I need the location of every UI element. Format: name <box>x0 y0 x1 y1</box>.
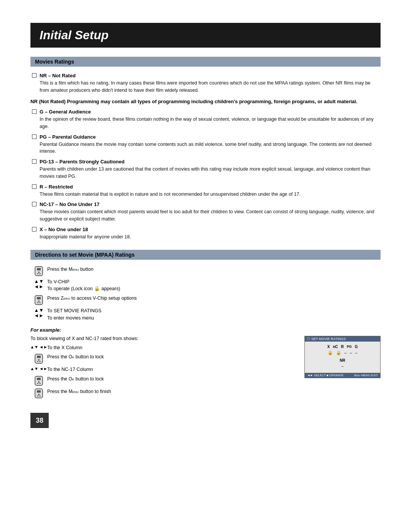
screen-icons-row: 🔒 🔒 – – – <box>309 350 376 355</box>
screen-title: SET MOVIE RATINGS <box>311 337 346 341</box>
rating-x-desc: Inappropriate material for anyone under … <box>40 233 381 241</box>
screen-bottom-left: ◄► SELECT ■ OPERATE <box>307 374 344 377</box>
svg-rect-24 <box>39 396 41 396</box>
svg-point-17 <box>38 381 40 383</box>
step-3-icon <box>30 295 47 305</box>
screen-lock-x: 🔒 <box>328 350 333 355</box>
rating-pg-desc: Parental Guidance means the movie may co… <box>40 141 381 155</box>
rating-nc17: NC-17 – No One Under 17 These movies con… <box>30 201 381 223</box>
step-4-text: To SET MOVIE RATINGS To enter movies men… <box>47 307 381 322</box>
rating-nr-desc: This is a film which has no rating. In m… <box>40 80 381 94</box>
checkbox-x <box>32 227 37 232</box>
rating-pg13: PG-13 – Parents Strongly Cautioned Paren… <box>30 159 381 180</box>
svg-rect-14 <box>39 361 41 362</box>
example-step-2-text: Press the Ok button to lock <box>47 353 297 361</box>
svg-rect-6 <box>37 297 41 299</box>
example-step-2-icon <box>30 353 47 364</box>
rating-r-title: R – Restricted <box>40 184 73 190</box>
step-1-icon <box>30 266 47 276</box>
for-example-label: For example: <box>30 327 381 333</box>
screen-nr-label: NR <box>309 358 376 363</box>
svg-rect-8 <box>37 302 38 303</box>
screen-lock-nc: 🔒 <box>336 350 341 355</box>
step-1-text: Press the Menu button <box>47 266 381 273</box>
rating-g: G – General Audience In the opinion of t… <box>30 109 381 130</box>
svg-rect-19 <box>39 383 41 384</box>
step-3-text: Press Zero to access V-Chip setup option… <box>47 295 381 302</box>
rating-pg: PG – Parental Guidance Parental Guidance… <box>30 134 381 155</box>
screen-dash-pg: – <box>350 350 352 355</box>
example-step-3-icon: ▲▼ ◄► <box>30 366 47 371</box>
checkbox-nr <box>32 73 37 78</box>
movies-ratings-header: Movies Ratings <box>30 57 381 67</box>
page-title: Initial Setup <box>30 23 381 48</box>
directions-header: Directions to set Movie (MPAA) Ratings <box>30 250 381 260</box>
screen-dash-r: – <box>344 350 347 355</box>
step-2-icon: ▲▼ ◄► <box>30 278 47 290</box>
example-step-4: Press the Ok button to lock <box>30 375 297 386</box>
rating-g-title: G – General Audience <box>40 109 91 115</box>
svg-rect-4 <box>39 273 41 274</box>
svg-rect-0 <box>35 267 43 276</box>
svg-rect-16 <box>37 378 41 380</box>
rating-nr-title: NR – Not Rated <box>40 73 76 78</box>
step-2-text: To V-CHIP To operate (Lock icon 🔒 appear… <box>47 278 381 293</box>
svg-rect-3 <box>37 273 38 274</box>
rating-r: R – Restricted These films contain mater… <box>30 184 381 198</box>
rating-nr: NR – Not Rated This is a film which has … <box>30 73 381 94</box>
rating-nc17-title: NC-17 – No One Under 17 <box>40 201 100 207</box>
svg-rect-23 <box>37 396 38 396</box>
example-step-5-icon <box>30 388 47 398</box>
svg-point-12 <box>38 359 40 361</box>
svg-rect-5 <box>35 296 43 305</box>
rating-g-desc: In the opinion of the review board, thes… <box>40 116 381 130</box>
rating-r-desc: These films contain material that is exp… <box>40 191 381 198</box>
svg-point-7 <box>38 300 40 302</box>
screen-rating-pg: PG <box>347 345 352 349</box>
example-step-4-icon <box>30 375 47 386</box>
screen-title-bar: ☐ SET MOVIE RATINGS <box>305 336 380 342</box>
svg-point-22 <box>38 394 40 395</box>
step-2: ▲▼ ◄► To V-CHIP To operate (Lock icon 🔒 … <box>30 278 381 293</box>
rating-nc17-desc: These movies contain content which most … <box>40 208 381 223</box>
step-1: Press the Menu button <box>30 266 381 276</box>
screen-bottom-right: Menu MENU EXIT <box>354 374 378 377</box>
checkbox-pg13 <box>32 159 37 164</box>
svg-rect-10 <box>35 354 43 363</box>
example-step-5-text: Press the Menu button to finish <box>47 388 297 395</box>
svg-rect-11 <box>37 356 41 358</box>
checkbox-nc17 <box>32 202 37 206</box>
screen-nr-dash: – <box>309 364 376 368</box>
example-step-1-text: To the X Column <box>47 344 297 351</box>
svg-rect-20 <box>35 389 43 398</box>
rating-x: X – No One under 18 Inappropriate materi… <box>30 227 381 241</box>
checkbox-r <box>32 184 37 189</box>
svg-point-2 <box>38 272 40 273</box>
step-3: Press Zero to access V-Chip setup option… <box>30 295 381 305</box>
rating-pg13-title: PG-13 – Parents Strongly Cautioned <box>40 159 124 165</box>
rating-x-title: X – No One under 18 <box>40 227 88 232</box>
svg-rect-21 <box>37 390 41 393</box>
screen-content: X nC R PG G 🔒 🔒 – – – NR – <box>305 342 380 373</box>
example-step-1: ▲▼ ◄► To the X Column <box>30 344 297 351</box>
svg-rect-9 <box>39 302 41 303</box>
rating-pg-title: PG – Parental Guidance <box>40 134 96 140</box>
directions-section: Directions to set Movie (MPAA) Ratings P… <box>30 250 381 401</box>
example-step-1-icon: ▲▼ ◄► <box>30 344 47 349</box>
example-step-2: Press the Ok button to lock <box>30 353 297 364</box>
screen-bottom-bar: ◄► SELECT ■ OPERATE Menu MENU EXIT <box>305 373 380 378</box>
screen-ratings-row: X nC R PG G <box>309 345 376 349</box>
step-4: ▲▼ ◄► To SET MOVIE RATINGS To enter movi… <box>30 307 381 322</box>
screen-rating-r: R <box>341 345 344 349</box>
svg-rect-13 <box>37 361 38 362</box>
checkbox-g <box>32 109 37 114</box>
screen-dash-g: – <box>355 350 357 355</box>
example-step-3-text: To the NC-17 Column <box>47 366 297 373</box>
example-step-4-text: Press the Ok button to lock <box>47 375 297 383</box>
screen-rating-g: G <box>355 345 358 349</box>
example-step-3: ▲▼ ◄► To the NC-17 Column <box>30 366 297 373</box>
screen-rating-x: X <box>327 345 330 349</box>
checkbox-pg <box>32 134 37 139</box>
example-instructions: To block viewing of X and NC-17 rated fr… <box>30 336 297 401</box>
step-4-icon: ▲▼ ◄► <box>30 307 47 319</box>
